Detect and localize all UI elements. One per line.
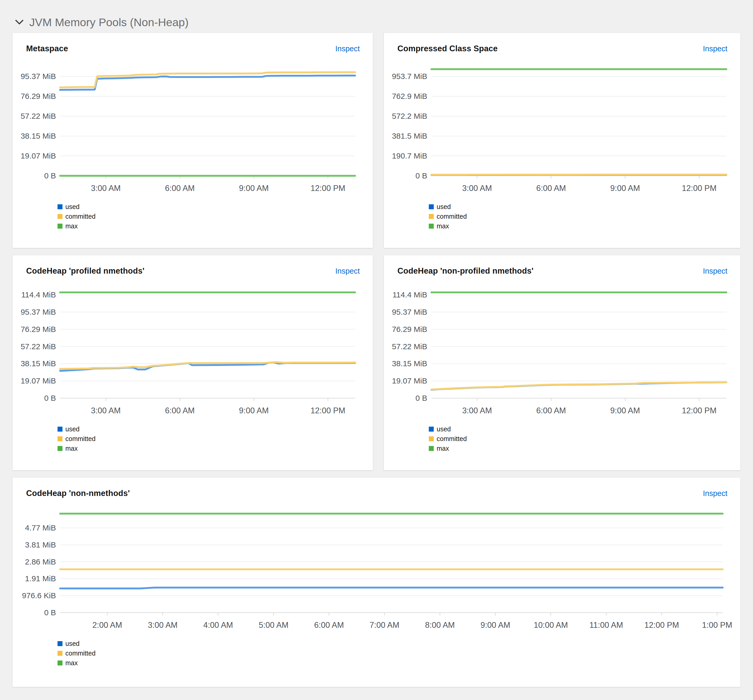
x-axis-label: 5:00 AM — [259, 620, 288, 630]
inspect-link-non-nmethods[interactable]: Inspect — [703, 489, 728, 498]
chart-canvas-profiled-nmethods: 114.4 MiB95.37 MiB76.29 MiB57.22 MiB38.1… — [21, 286, 365, 422]
legend-item-committed: committed — [58, 650, 732, 657]
legend-label: used — [437, 425, 451, 433]
chart-legend: usedcommittedmax — [58, 203, 365, 230]
chart-title: CodeHeap 'profiled nmethods' — [26, 266, 145, 276]
x-axis-label: 3:00 AM — [462, 184, 492, 193]
y-axis-label: 4.77 MiB — [25, 523, 56, 532]
x-axis-label: 6:00 AM — [314, 620, 344, 630]
legend-swatch-used — [58, 204, 62, 209]
chart-title: CodeHeap 'non-nmethods' — [26, 489, 130, 498]
chart-legend: usedcommittedmax — [429, 425, 732, 452]
legend-swatch-used — [429, 204, 434, 209]
chart-canvas-non-profiled-nmethods: 114.4 MiB95.37 MiB76.29 MiB57.22 MiB38.1… — [392, 286, 736, 422]
y-axis-label: 38.15 MiB — [21, 359, 56, 368]
legend-label: max — [65, 445, 78, 452]
x-axis-label: 9:00 AM — [239, 406, 269, 415]
y-axis-label: 190.7 MiB — [392, 152, 427, 160]
y-axis-label: 114.4 MiB — [21, 291, 56, 299]
chart-canvas-non-nmethods: 4.77 MiB3.81 MiB2.86 MiB1.91 MiB976.6 Ki… — [21, 505, 732, 636]
legend-swatch-committed — [58, 214, 62, 219]
legend-swatch-max — [58, 223, 62, 229]
x-axis-label: 8:00 AM — [425, 620, 455, 630]
chart-legend: usedcommittedmax — [58, 640, 732, 667]
legend-swatch-max — [429, 223, 434, 229]
y-axis-label: 114.4 MiB — [393, 291, 427, 299]
y-axis-label: 3.81 MiB — [25, 541, 56, 549]
legend-swatch-used — [58, 641, 62, 646]
inspect-link-non-profiled-nmethods[interactable]: Inspect — [703, 267, 728, 275]
y-axis-label: 76.29 MiB — [21, 325, 56, 333]
y-axis-label: 953.7 MiB — [392, 72, 427, 81]
legend-item-used: used — [429, 425, 732, 433]
x-axis-label: 3:00 AM — [462, 406, 492, 415]
series-line-used — [60, 76, 355, 90]
chart-legend: usedcommittedmax — [58, 425, 365, 452]
legend-item-committed: committed — [429, 212, 732, 220]
y-axis-label: 95.37 MiB — [21, 72, 56, 81]
legend-item-used: used — [58, 425, 365, 433]
x-axis-label: 11:00 AM — [589, 620, 623, 630]
inspect-link-compressed-class-space[interactable]: Inspect — [703, 44, 728, 53]
inspect-link-metaspace[interactable]: Inspect — [335, 44, 360, 53]
card-non-nmethods: CodeHeap 'non-nmethods' Inspect 4.77 MiB… — [12, 478, 741, 687]
y-axis-label: 38.15 MiB — [21, 131, 56, 140]
legend-swatch-committed — [58, 436, 62, 441]
legend-item-max: max — [58, 222, 365, 230]
y-axis-label: 57.22 MiB — [392, 342, 427, 351]
y-axis-label: 0 B — [44, 171, 56, 180]
legend-item-used: used — [429, 203, 732, 211]
x-axis-label: 2:00 AM — [92, 620, 122, 630]
y-axis-label: 95.37 MiB — [21, 308, 56, 316]
series-line-committed — [60, 72, 355, 88]
y-axis-label: 38.15 MiB — [392, 359, 427, 368]
y-axis-label: 19.07 MiB — [21, 152, 56, 160]
x-axis-label: 12:00 PM — [310, 184, 345, 193]
legend-item-used: used — [58, 203, 365, 211]
x-axis-label: 6:00 AM — [165, 184, 195, 193]
x-axis-label: 12:00 PM — [310, 406, 345, 415]
charts-grid: Metaspace Inspect 95.37 MiB76.29 MiB57.2… — [0, 33, 753, 687]
y-axis-label: 762.9 MiB — [392, 92, 427, 100]
x-axis-label: 6:00 AM — [536, 184, 566, 193]
legend-swatch-max — [429, 446, 434, 451]
legend-label: committed — [437, 435, 467, 442]
x-axis-label: 1:00 PM — [702, 620, 732, 630]
legend-swatch-committed — [58, 651, 62, 656]
legend-label: max — [437, 222, 449, 230]
legend-label: used — [65, 425, 80, 433]
y-axis-label: 76.29 MiB — [392, 325, 427, 333]
x-axis-label: 3:00 AM — [91, 406, 121, 415]
y-axis-label: 0 B — [415, 171, 427, 180]
series-line-used — [60, 588, 723, 588]
x-axis-label: 4:00 AM — [203, 620, 233, 630]
x-axis-label: 9:00 AM — [239, 184, 269, 193]
legend-item-committed: committed — [58, 212, 365, 220]
y-axis-label: 57.22 MiB — [21, 342, 56, 351]
legend-item-max: max — [58, 445, 365, 452]
legend-item-committed: committed — [58, 435, 365, 442]
legend-item-max: max — [58, 659, 732, 667]
legend-label: max — [65, 222, 78, 230]
y-axis-label: 57.22 MiB — [21, 112, 56, 120]
inspect-link-profiled-nmethods[interactable]: Inspect — [335, 267, 360, 275]
chevron-down-icon — [15, 20, 23, 25]
section-title: JVM Memory Pools (Non-Heap) — [29, 16, 189, 29]
legend-item-max: max — [429, 445, 732, 452]
card-metaspace: Metaspace Inspect 95.37 MiB76.29 MiB57.2… — [12, 33, 373, 248]
y-axis-label: 0 B — [415, 394, 427, 402]
x-axis-label: 9:00 AM — [610, 406, 640, 415]
section-toggle-jvm-memory-pools-non-heap[interactable]: JVM Memory Pools (Non-Heap) — [0, 0, 753, 33]
y-axis-label: 572.2 MiB — [392, 112, 427, 120]
legend-swatch-committed — [429, 436, 434, 441]
y-axis-label: 1.91 MiB — [25, 574, 56, 583]
legend-label: committed — [65, 212, 95, 220]
y-axis-label: 976.6 KiB — [22, 591, 56, 600]
legend-swatch-max — [58, 661, 62, 666]
x-axis-label: 12:00 PM — [682, 406, 717, 415]
y-axis-label: 381.5 MiB — [392, 131, 427, 140]
x-axis-label: 12:00 PM — [644, 620, 679, 630]
legend-item-committed: committed — [429, 435, 732, 442]
legend-swatch-used — [429, 427, 434, 431]
y-axis-label: 0 B — [44, 394, 56, 402]
